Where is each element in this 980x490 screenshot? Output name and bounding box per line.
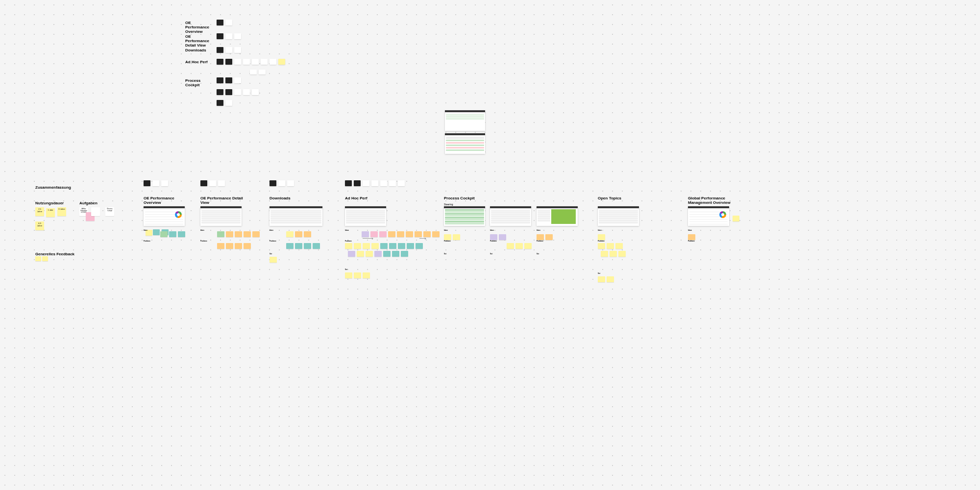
ideen-sticky[interactable] xyxy=(370,231,378,237)
ideen-sticky[interactable] xyxy=(397,231,404,237)
column-header-card[interactable] xyxy=(209,180,216,186)
probleme-sticky[interactable] xyxy=(217,243,224,249)
duration-sticky[interactable]: 4-5 Jahre xyxy=(35,221,44,230)
probleme-sticky[interactable] xyxy=(304,243,311,249)
outline-card[interactable] xyxy=(225,59,232,65)
ideen-sticky[interactable] xyxy=(235,231,242,237)
outline-card[interactable] xyxy=(225,47,232,53)
aufgaben-sticky[interactable] xyxy=(91,207,100,216)
ideen-sticky[interactable] xyxy=(490,234,497,240)
outline-card[interactable] xyxy=(250,70,257,74)
outline-card[interactable] xyxy=(225,89,232,95)
column-header-card[interactable] xyxy=(278,180,285,186)
outline-card[interactable] xyxy=(217,89,223,95)
probleme-sticky[interactable] xyxy=(286,243,294,249)
ideen-sticky[interactable] xyxy=(169,231,176,237)
ideen-sticky[interactable] xyxy=(379,231,387,237)
gut-sticky[interactable] xyxy=(607,276,614,282)
probleme-sticky[interactable] xyxy=(392,251,399,257)
ideen-sticky[interactable] xyxy=(688,234,695,240)
probleme-sticky[interactable] xyxy=(348,251,355,257)
probleme-sticky[interactable] xyxy=(389,243,396,249)
gut-sticky[interactable] xyxy=(598,276,605,282)
probleme-sticky[interactable] xyxy=(226,243,233,249)
ideen-sticky[interactable] xyxy=(537,234,544,240)
duration-sticky[interactable]: 1 Jahr xyxy=(46,208,55,217)
ideen-sticky[interactable] xyxy=(160,231,168,237)
probleme-sticky[interactable] xyxy=(354,243,361,249)
probleme-sticky[interactable] xyxy=(615,243,623,249)
column-header-card[interactable] xyxy=(371,180,378,186)
probleme-sticky[interactable] xyxy=(416,243,423,249)
mock-screen[interactable] xyxy=(144,206,185,226)
duration-sticky[interactable]: 3 Jahre xyxy=(57,207,66,216)
ideen-sticky[interactable] xyxy=(388,231,395,237)
probleme-sticky[interactable] xyxy=(295,243,302,249)
outline-card[interactable] xyxy=(234,89,241,95)
probleme-sticky[interactable] xyxy=(363,243,370,249)
outline-card[interactable] xyxy=(252,59,259,65)
ideen-sticky[interactable] xyxy=(244,231,251,237)
gut-sticky[interactable] xyxy=(363,272,370,278)
outline-card[interactable] xyxy=(234,47,241,53)
extra-sticky[interactable] xyxy=(733,216,739,221)
outline-card[interactable] xyxy=(243,89,250,95)
probleme-sticky[interactable] xyxy=(601,251,608,257)
probleme-sticky[interactable] xyxy=(515,243,523,249)
column-header-card[interactable] xyxy=(287,180,294,186)
ideen-sticky[interactable] xyxy=(362,231,369,237)
column-header-card[interactable] xyxy=(152,180,159,186)
mock-screen[interactable] xyxy=(537,206,578,226)
ideen-sticky[interactable] xyxy=(499,234,506,240)
outline-card[interactable] xyxy=(217,59,223,65)
outline-card[interactable] xyxy=(217,77,223,83)
duration-sticky[interactable]: 2.5 Jahre xyxy=(35,207,44,216)
reference-frame[interactable] xyxy=(445,110,485,131)
outline-card[interactable] xyxy=(217,20,223,25)
outline-card[interactable] xyxy=(278,59,285,65)
outline-card[interactable] xyxy=(225,20,232,25)
ideen-sticky[interactable] xyxy=(598,234,605,240)
column-header-card[interactable] xyxy=(380,180,387,186)
probleme-sticky[interactable] xyxy=(235,243,242,249)
ideen-sticky[interactable] xyxy=(415,231,422,237)
column-header-card[interactable] xyxy=(161,180,168,186)
probleme-sticky[interactable] xyxy=(524,243,532,249)
mock-screen[interactable] xyxy=(345,206,386,226)
probleme-sticky[interactable] xyxy=(407,243,414,249)
feedback-sticky[interactable] xyxy=(35,256,41,261)
probleme-sticky[interactable] xyxy=(345,243,352,249)
outline-card[interactable] xyxy=(234,77,241,83)
ideen-sticky[interactable] xyxy=(423,231,431,237)
gut-sticky[interactable] xyxy=(270,257,277,263)
outline-card[interactable] xyxy=(217,100,223,106)
gut-sticky[interactable] xyxy=(345,272,352,278)
ideen-sticky[interactable] xyxy=(444,234,451,240)
column-header-card[interactable] xyxy=(398,180,405,186)
ideen-sticky[interactable] xyxy=(178,231,185,237)
column-header-card[interactable] xyxy=(270,180,276,186)
column-header-card[interactable] xyxy=(345,180,352,186)
probleme-sticky[interactable] xyxy=(371,243,379,249)
probleme-sticky[interactable] xyxy=(383,251,391,257)
probleme-sticky[interactable] xyxy=(401,251,408,257)
column-header-card[interactable] xyxy=(144,180,150,186)
mock-screen[interactable] xyxy=(444,206,485,226)
column-header-card[interactable] xyxy=(363,180,369,186)
mock-screen[interactable] xyxy=(200,206,242,226)
extra-sticky[interactable] xyxy=(153,229,160,235)
ideen-sticky[interactable] xyxy=(295,231,302,237)
ideen-sticky[interactable] xyxy=(406,231,413,237)
probleme-sticky[interactable] xyxy=(507,243,514,249)
probleme-sticky[interactable] xyxy=(598,243,605,249)
probleme-sticky[interactable] xyxy=(357,251,364,257)
reference-frame[interactable] xyxy=(445,133,485,154)
outline-card[interactable] xyxy=(217,47,223,53)
mock-screen[interactable] xyxy=(490,206,531,226)
outline-card[interactable] xyxy=(270,59,276,65)
column-header-card[interactable] xyxy=(200,180,207,186)
probleme-sticky[interactable] xyxy=(374,251,382,257)
probleme-sticky[interactable] xyxy=(610,251,617,257)
outline-card[interactable] xyxy=(261,59,268,65)
probleme-sticky[interactable] xyxy=(398,243,405,249)
